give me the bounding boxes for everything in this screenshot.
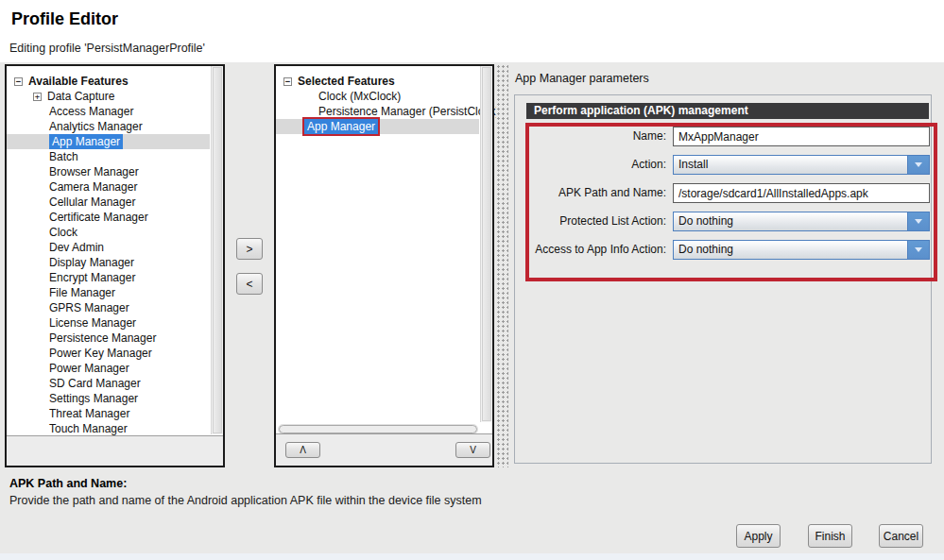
editing-profile-subtitle: Editing profile 'PersistManagerProfile' <box>9 42 205 55</box>
selected-features-footer: Λ V <box>276 433 492 466</box>
dropdown-value: Install <box>674 156 907 174</box>
dropdown-button[interactable] <box>907 156 929 174</box>
app-manager-parameters-panel: App Manager parameters Perform applicati… <box>508 64 944 467</box>
available-item-persistence-manager[interactable]: Persistence Manager <box>7 331 210 346</box>
available-item-encrypt-manager[interactable]: Encrypt Manager <box>7 270 210 285</box>
available-item-power-manager[interactable]: Power Manager <box>7 361 210 376</box>
apply-button[interactable]: Apply <box>736 524 781 548</box>
parameter-row: APK Path and Name: <box>515 183 931 203</box>
chevron-down-icon <box>915 219 922 224</box>
section-header: Perform application (APK) management <box>526 103 929 119</box>
available-item-clock[interactable]: Clock <box>7 225 210 240</box>
profile-editor-dialog: Profile Editor Editing profile 'PersistM… <box>0 0 944 560</box>
dropdown-value: Do nothing <box>674 212 907 230</box>
tree-item-label: App Manager <box>49 134 123 149</box>
tree-item-label: Available Features <box>28 74 129 89</box>
tree-item-label: Encrypt Manager <box>49 270 135 285</box>
available-item-file-manager[interactable]: File Manager <box>7 285 210 300</box>
tree-item-label: Data Capture <box>47 89 114 104</box>
selected-features-panel: − Selected Features Clock (MxClock) Pers… <box>274 64 494 467</box>
available-item-display-manager[interactable]: Display Manager <box>7 255 210 270</box>
expand-toggle-icon[interactable]: − <box>14 77 23 86</box>
available-item-sd-card-manager[interactable]: SD Card Manager <box>7 376 210 391</box>
access-to-app-info-action-select[interactable]: Do nothing <box>673 240 930 260</box>
available-item-dev-admin[interactable]: Dev Admin <box>7 240 210 255</box>
tree-item-label: Power Manager <box>49 361 129 376</box>
available-item-certificate-manager[interactable]: Certificate Manager <box>7 210 210 225</box>
tree-item-label: File Manager <box>49 285 115 300</box>
cancel-button[interactable]: Cancel <box>879 524 923 548</box>
available-item-data-capture[interactable]: + Data Capture <box>7 89 210 104</box>
tree-item-label: Batch <box>49 149 78 164</box>
tree-item-label: SD Card Manager <box>49 376 141 391</box>
available-item-access-manager[interactable]: Access Manager <box>7 104 210 119</box>
available-features-panel: − Available Features + Data Capture Acce… <box>5 64 225 467</box>
dropdown-button[interactable] <box>907 241 929 259</box>
parameters-panel-title: App Manager parameters <box>515 72 649 85</box>
selected-features-vertical-scrollbar[interactable] <box>480 66 492 422</box>
tree-item-label: Power Key Manager <box>49 346 152 361</box>
selected-item-app-manager[interactable]: App Manager <box>276 119 479 134</box>
parameter-label: Action: <box>515 155 666 175</box>
scrollbar-thumb[interactable] <box>213 67 222 433</box>
expand-toggle-icon[interactable]: − <box>283 77 292 86</box>
dropdown-button[interactable] <box>907 212 929 230</box>
available-item-gprs-manager[interactable]: GPRS Manager <box>7 300 210 315</box>
protected-list-action-select[interactable]: Do nothing <box>673 212 930 231</box>
tree-item-label: Access Manager <box>49 104 133 119</box>
finish-button[interactable]: Finish <box>808 524 852 548</box>
available-item-threat-manager[interactable]: Threat Manager <box>7 406 210 421</box>
available-item-settings-manager[interactable]: Settings Manager <box>7 391 210 406</box>
available-item-cellular-manager[interactable]: Cellular Manager <box>7 195 210 210</box>
parameter-row: Name: <box>515 127 931 146</box>
scrollbar-thumb[interactable] <box>279 425 477 433</box>
move-up-button[interactable]: Λ <box>285 442 320 458</box>
move-left-button[interactable]: < <box>236 273 263 295</box>
panel-splitter[interactable] <box>496 64 508 467</box>
available-item-power-key-manager[interactable]: Power Key Manager <box>7 346 210 361</box>
available-features-tree: − Available Features + Data Capture Acce… <box>7 74 210 436</box>
tree-item-label: Camera Manager <box>49 179 137 195</box>
available-item-browser-manager[interactable]: Browser Manager <box>7 164 210 179</box>
available-item-license-manager[interactable]: License Manager <box>7 315 210 331</box>
tree-item-label: Clock <box>49 225 77 240</box>
parameter-row: Protected List Action: Do nothing <box>515 212 931 231</box>
selected-item-selected-features[interactable]: − Selected Features <box>276 74 479 89</box>
tree-item-label: Persistence Manager <box>49 331 156 346</box>
parameter-label: Name: <box>515 127 666 146</box>
tree-item-label: Browser Manager <box>49 164 139 179</box>
move-up-icon: Λ <box>300 446 306 455</box>
parameters-group-box: Perform application (APK) management Nam… <box>514 94 932 464</box>
expand-toggle-icon[interactable]: + <box>33 93 42 101</box>
tree-item-label: App Manager <box>302 117 380 136</box>
help-text: Provide the path and name of the Android… <box>9 494 482 507</box>
available-item-analytics-manager[interactable]: Analytics Manager <box>7 119 210 134</box>
scrollbar-thumb[interactable] <box>482 67 491 421</box>
action-select[interactable]: Install <box>673 155 930 175</box>
help-title: APK Path and Name: <box>9 477 127 490</box>
move-right-button[interactable]: > <box>236 238 263 260</box>
available-features-footer <box>7 435 223 466</box>
bottom-strip <box>0 553 944 560</box>
available-item-batch[interactable]: Batch <box>7 149 210 164</box>
chevron-down-icon <box>915 162 922 167</box>
tree-item-label: Display Manager <box>49 255 134 270</box>
move-right-icon: > <box>246 243 252 256</box>
chevron-down-icon <box>915 247 922 252</box>
move-down-button[interactable]: V <box>455 442 490 458</box>
available-item-available-features[interactable]: − Available Features <box>7 74 210 89</box>
name-input[interactable] <box>673 127 930 146</box>
dropdown-value: Do nothing <box>674 241 907 259</box>
available-item-camera-manager[interactable]: Camera Manager <box>7 179 210 195</box>
tree-item-label: Threat Manager <box>49 406 129 421</box>
available-features-vertical-scrollbar[interactable] <box>211 66 223 434</box>
available-item-touch-manager[interactable]: Touch Manager <box>7 421 210 436</box>
parameter-label: Protected List Action: <box>515 212 666 231</box>
move-left-icon: < <box>246 278 252 291</box>
selected-item-clock-mxclock[interactable]: Clock (MxClock) <box>276 89 479 104</box>
move-down-icon: V <box>470 446 476 455</box>
available-item-app-manager[interactable]: App Manager <box>7 134 210 149</box>
parameter-row: Action: Install <box>515 155 931 175</box>
tree-item-label: Clock (MxClock) <box>318 89 401 104</box>
apk-path-and-name-input[interactable] <box>673 183 930 203</box>
